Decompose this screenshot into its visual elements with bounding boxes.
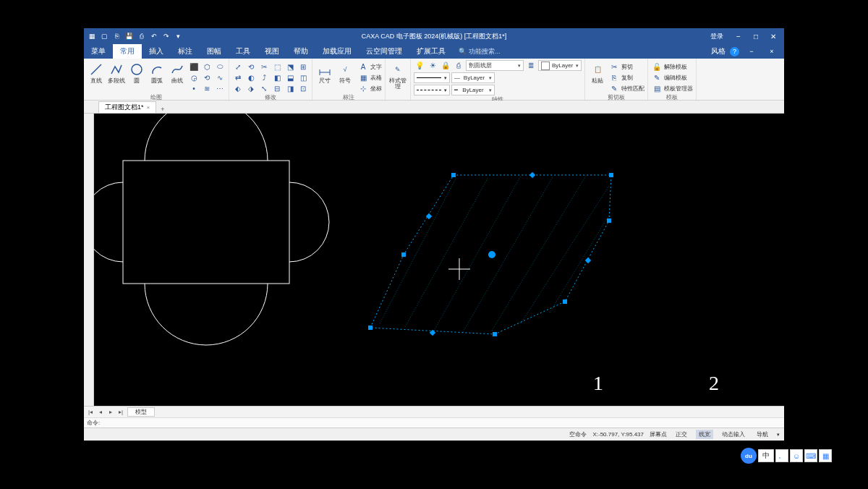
doc-tab-1[interactable]: 工程图文档1* ×: [98, 101, 156, 113]
tool-polyline[interactable]: 多段线: [107, 60, 126, 84]
tab-annotate[interactable]: 标注: [171, 44, 200, 59]
cut-icon[interactable]: ✂: [608, 61, 620, 72]
match-icon[interactable]: ✎: [608, 83, 620, 93]
chevron-down-icon[interactable]: ▾: [777, 432, 780, 438]
lineweight-dropdown[interactable]: —ByLayer▾: [451, 72, 495, 83]
help-icon[interactable]: ?: [730, 47, 739, 56]
new-icon[interactable]: ▢: [101, 33, 109, 41]
mod-13[interactable]: ⬖: [232, 83, 244, 93]
draw-small-5[interactable]: ⟲: [201, 72, 213, 82]
sun-icon[interactable]: ☀: [427, 61, 438, 71]
mod-10[interactable]: ◧: [271, 72, 283, 82]
open-icon[interactable]: ⎘: [113, 33, 121, 41]
ime-punct-icon[interactable]: 。: [775, 449, 788, 462]
tab-frame[interactable]: 图幅: [200, 44, 229, 59]
draw-small-8[interactable]: ≋: [201, 83, 213, 93]
linetype-dropdown[interactable]: ▾: [414, 72, 450, 83]
text-icon[interactable]: A: [357, 61, 369, 72]
mod-12[interactable]: ◫: [297, 72, 309, 82]
qat-dropdown-icon[interactable]: ▾: [174, 33, 182, 41]
toggle-dyninput[interactable]: 动态输入: [719, 430, 748, 439]
tpl-edit-icon[interactable]: ✎: [651, 72, 663, 82]
toggle-ortho[interactable]: 正交: [673, 430, 690, 439]
mod-14[interactable]: ⬗: [245, 83, 257, 93]
redo-icon[interactable]: ↷: [162, 33, 170, 41]
tool-symbol[interactable]: √ 符号: [336, 60, 354, 84]
tab-addons[interactable]: 加载应用: [315, 44, 359, 59]
tool-spline[interactable]: 曲线: [168, 60, 187, 84]
close-button[interactable]: ✕: [765, 29, 781, 43]
mod-3[interactable]: ✂: [258, 61, 270, 72]
mod-11[interactable]: ⬓: [284, 72, 296, 82]
tab-ext[interactable]: 扩展工具: [409, 44, 453, 59]
mod-15[interactable]: ⤡: [258, 83, 270, 93]
draw-small-2[interactable]: ⬡: [201, 61, 213, 72]
tab-help[interactable]: 帮助: [286, 44, 315, 59]
sheet-next-icon[interactable]: ▸: [107, 409, 114, 415]
layer-tools-icon[interactable]: ≣: [525, 61, 537, 71]
table-icon[interactable]: ▦: [357, 72, 369, 82]
drawing-canvas[interactable]: 1 2: [94, 114, 784, 406]
sheet-model-tab[interactable]: 模型: [127, 407, 155, 417]
tab-view[interactable]: 视图: [258, 44, 286, 59]
doc-tab-close-icon[interactable]: ×: [147, 104, 150, 111]
draw-small-4[interactable]: ◶: [188, 72, 200, 82]
undo-icon[interactable]: ↶: [150, 33, 158, 41]
tab-menu[interactable]: 菜单: [84, 44, 113, 59]
mod-1[interactable]: ⤢: [232, 61, 244, 72]
mod-6[interactable]: ⊞: [297, 61, 309, 72]
save-icon[interactable]: 💾: [125, 33, 133, 41]
baidu-ime-icon[interactable]: du: [741, 448, 757, 464]
mod-4[interactable]: ⬚: [271, 61, 283, 72]
color-dropdown[interactable]: ByLayer▾: [538, 60, 582, 71]
maximize-button[interactable]: □: [748, 29, 764, 43]
print-layer-icon[interactable]: ⎙: [453, 61, 464, 71]
mod-9[interactable]: ⤴: [258, 72, 270, 82]
ribbon-min-button[interactable]: −: [744, 44, 760, 59]
tool-dimension[interactable]: 尺寸: [315, 60, 334, 84]
coord-icon[interactable]: ⊹: [357, 83, 369, 93]
mod-2[interactable]: ⟲: [245, 61, 257, 72]
tpl-mgr-icon[interactable]: ▤: [651, 83, 663, 93]
lineweight2-dropdown[interactable]: ━ByLayer▾: [451, 85, 495, 95]
draw-small-1[interactable]: ⬛: [188, 61, 200, 72]
bulb-icon[interactable]: 💡: [414, 61, 425, 71]
draw-small-9[interactable]: ⋯: [214, 83, 226, 93]
ime-grid-icon[interactable]: ▦: [819, 449, 832, 462]
tool-arc[interactable]: 圆弧: [148, 60, 166, 84]
status-screen-pt[interactable]: 屏幕点: [650, 430, 667, 438]
tab-insert[interactable]: 插入: [142, 44, 171, 59]
command-line[interactable]: 命令:: [84, 417, 784, 428]
print-icon[interactable]: ⎙: [137, 33, 145, 41]
ribbon-search[interactable]: 🔍 功能搜索...: [459, 44, 501, 59]
ime-keyboard-icon[interactable]: ⌨: [804, 449, 817, 462]
sheet-last-icon[interactable]: ▸|: [117, 409, 124, 415]
style-label[interactable]: 风格: [711, 46, 726, 56]
draw-small-6[interactable]: ∿: [214, 72, 226, 82]
mod-16[interactable]: ⊟: [271, 83, 283, 93]
tab-cloud[interactable]: 云空间管理: [359, 44, 409, 59]
tpl-unlock-icon[interactable]: 🔓: [651, 61, 663, 72]
draw-small-3[interactable]: ⬭: [214, 61, 226, 72]
mod-8[interactable]: ◐: [245, 72, 257, 82]
minimize-button[interactable]: −: [731, 29, 746, 43]
mod-17[interactable]: ◨: [284, 83, 296, 93]
ime-emoji-icon[interactable]: ☺: [790, 449, 803, 462]
ime-lang-button[interactable]: 中: [758, 449, 774, 462]
mod-18[interactable]: ⊡: [297, 83, 309, 93]
tool-style-mgr[interactable]: ✎ 样式管理: [388, 60, 407, 90]
copy-icon[interactable]: ⎘: [608, 72, 620, 82]
tool-line[interactable]: 直线: [87, 60, 106, 84]
doc-add-button[interactable]: +: [156, 106, 169, 113]
tool-circle[interactable]: 圆: [127, 60, 146, 84]
lock-icon[interactable]: 🔒: [440, 61, 451, 71]
toggle-nav[interactable]: 导航: [754, 430, 771, 439]
login-link[interactable]: 登录: [710, 32, 723, 41]
linetype2-dropdown[interactable]: ▾: [414, 85, 450, 95]
sheet-first-icon[interactable]: |◂: [87, 409, 94, 415]
draw-small-7[interactable]: •: [188, 83, 200, 93]
tab-common[interactable]: 常用: [113, 44, 142, 59]
tool-paste[interactable]: 📋 粘贴: [588, 60, 607, 84]
toggle-lineweight[interactable]: 线宽: [696, 430, 713, 439]
mod-5[interactable]: ⬔: [284, 61, 296, 72]
